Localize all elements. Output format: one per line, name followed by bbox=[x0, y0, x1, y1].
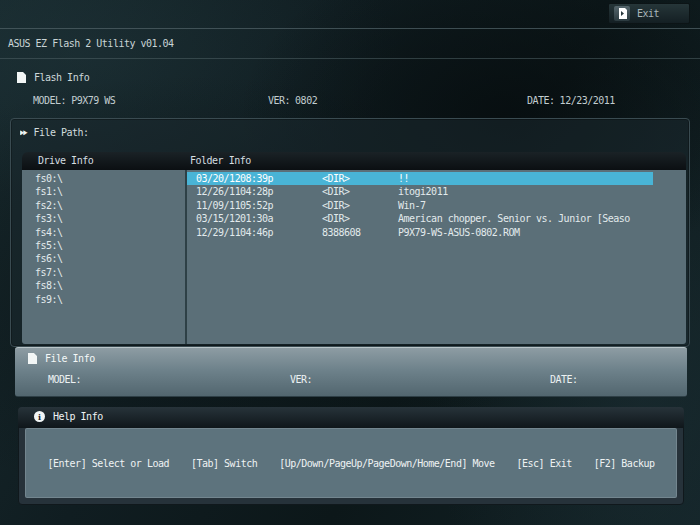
ez-flash-utility-screen: Exit ASUS EZ Flash 2 Utility v01.04 Flas… bbox=[0, 0, 700, 525]
flash-model-field: MODEL:P9X79 WS bbox=[33, 95, 115, 106]
flash-ver-field: VER:0802 bbox=[268, 95, 317, 106]
help-hint: [Tab] Switch bbox=[191, 458, 257, 469]
folder-item-name: Win-7 bbox=[398, 199, 426, 212]
folder-item-time: 08:39p bbox=[240, 172, 273, 185]
folder-item[interactable]: 12/29/1104:46p8388608P9X79-WS-ASUS-0802.… bbox=[187, 226, 686, 239]
flash-info-heading: Flash Info bbox=[17, 72, 89, 83]
file-browser-table: Drive Info Folder Info fs0:\fs1:\fs2:\fs… bbox=[22, 152, 686, 344]
exit-button-label: Exit bbox=[637, 8, 659, 19]
document-icon bbox=[17, 72, 26, 83]
drive-item[interactable]: fs1:\ bbox=[22, 185, 185, 198]
flash-model-value: P9X79 WS bbox=[71, 95, 115, 106]
help-hint: [Enter] Select or Load bbox=[48, 458, 169, 469]
help-info-body: [Enter] Select or Load[Tab] Switch[Up/Do… bbox=[25, 428, 677, 498]
help-hint: [Up/Down/PageUp/PageDown/Home/End] Move bbox=[279, 458, 494, 469]
exit-icon bbox=[614, 6, 630, 21]
table-body: fs0:\fs1:\fs2:\fs3:\fs4:\fs5:\fs6:\fs7:\… bbox=[22, 170, 686, 344]
flash-ver-label: VER: bbox=[268, 95, 290, 106]
file-path-heading: ▶▶ File Path: bbox=[20, 127, 89, 138]
table-header: Drive Info Folder Info bbox=[22, 152, 686, 170]
flash-date-value: 12/23/2011 bbox=[560, 95, 615, 106]
drive-item[interactable]: fs9:\ bbox=[22, 293, 185, 306]
help-info-titlebar bbox=[18, 407, 684, 428]
folder-item-date: 12/29/11 bbox=[196, 226, 240, 239]
drive-item[interactable]: fs2:\ bbox=[22, 199, 185, 212]
app-title: ASUS EZ Flash 2 Utility v01.04 bbox=[8, 38, 174, 49]
flash-info-title: Flash Info bbox=[34, 72, 89, 83]
folder-item-size: <DIR> bbox=[322, 172, 350, 185]
folder-item-date: 11/09/11 bbox=[196, 199, 240, 212]
drive-item[interactable]: fs0:\ bbox=[22, 172, 185, 185]
folder-item-date: 12/26/11 bbox=[196, 185, 240, 198]
folder-info-column: 03/20/1208:39p<DIR>!!12/26/1104:28p<DIR>… bbox=[187, 170, 686, 344]
flash-info-values: MODEL:P9X79 WS VER:0802 DATE:12/23/2011 bbox=[0, 95, 700, 109]
drive-item[interactable]: fs4:\ bbox=[22, 226, 185, 239]
double-chevron-icon: ▶▶ bbox=[20, 128, 26, 138]
info-icon: i bbox=[34, 411, 45, 422]
help-hint: [F2] Backup bbox=[594, 458, 655, 469]
drive-list: fs0:\fs1:\fs2:\fs3:\fs4:\fs5:\fs6:\fs7:\… bbox=[22, 170, 185, 306]
help-info-title: Help Info bbox=[53, 411, 103, 422]
folder-item-size: <DIR> bbox=[322, 199, 350, 212]
folder-item-name: American chopper. Senior vs. Junior [Sea… bbox=[398, 212, 630, 225]
drive-item[interactable]: fs5:\ bbox=[22, 239, 185, 252]
flash-date-field: DATE:12/23/2011 bbox=[527, 95, 615, 106]
help-key-hints: [Enter] Select or Load[Tab] Switch[Up/Do… bbox=[48, 458, 655, 469]
folder-item-name: itogi2011 bbox=[398, 185, 448, 198]
folder-item-date: 03/20/12 bbox=[196, 172, 240, 185]
flash-ver-value: 0802 bbox=[295, 95, 317, 106]
file-info-heading: File Info bbox=[28, 353, 95, 364]
folder-item-time: 04:28p bbox=[240, 185, 273, 198]
folder-item[interactable]: 11/09/1105:52p<DIR>Win-7 bbox=[187, 199, 686, 212]
file-info-panel bbox=[15, 347, 687, 397]
folder-item-name: !! bbox=[398, 172, 409, 185]
drive-item[interactable]: fs7:\ bbox=[22, 266, 185, 279]
folder-item-date: 03/15/12 bbox=[196, 212, 240, 225]
file-date-label: DATE: bbox=[550, 374, 578, 385]
top-divider bbox=[0, 28, 700, 29]
drive-item[interactable]: fs6:\ bbox=[22, 252, 185, 265]
folder-item-time: 04:46p bbox=[240, 226, 273, 239]
exit-button[interactable]: Exit bbox=[608, 3, 690, 24]
title-divider bbox=[0, 58, 700, 59]
drive-item[interactable]: fs8:\ bbox=[22, 279, 185, 292]
document-icon bbox=[28, 353, 37, 364]
file-path-title: File Path: bbox=[33, 127, 88, 138]
file-ver-label: VER: bbox=[290, 374, 312, 385]
file-model-label: MODEL: bbox=[48, 374, 81, 385]
file-info-title: File Info bbox=[45, 353, 95, 364]
drive-info-header: Drive Info bbox=[38, 155, 93, 166]
folder-list: 03/20/1208:39p<DIR>!!12/26/1104:28p<DIR>… bbox=[187, 170, 686, 239]
help-hint: [Esc] Exit bbox=[517, 458, 572, 469]
folder-item-time: 05:52p bbox=[240, 199, 273, 212]
flash-date-label: DATE: bbox=[527, 95, 555, 106]
flash-model-label: MODEL: bbox=[33, 95, 66, 106]
help-info-heading: i Help Info bbox=[34, 411, 103, 422]
folder-item[interactable]: 03/15/1201:30a<DIR>American chopper. Sen… bbox=[187, 212, 686, 225]
folder-item-name: P9X79-WS-ASUS-0802.ROM bbox=[398, 226, 519, 239]
folder-item-size: 8388608 bbox=[322, 226, 361, 239]
folder-item-selected[interactable]: 03/20/1208:39p<DIR>!! bbox=[187, 172, 653, 185]
drive-item[interactable]: fs3:\ bbox=[22, 212, 185, 225]
folder-info-header: Folder Info bbox=[190, 155, 251, 166]
folder-item[interactable]: 12/26/1104:28p<DIR>itogi2011 bbox=[187, 185, 686, 198]
folder-item-time: 01:30a bbox=[240, 212, 273, 225]
folder-item-size: <DIR> bbox=[322, 212, 350, 225]
folder-item-size: <DIR> bbox=[322, 185, 350, 198]
drive-info-column: fs0:\fs1:\fs2:\fs3:\fs4:\fs5:\fs6:\fs7:\… bbox=[22, 170, 185, 344]
